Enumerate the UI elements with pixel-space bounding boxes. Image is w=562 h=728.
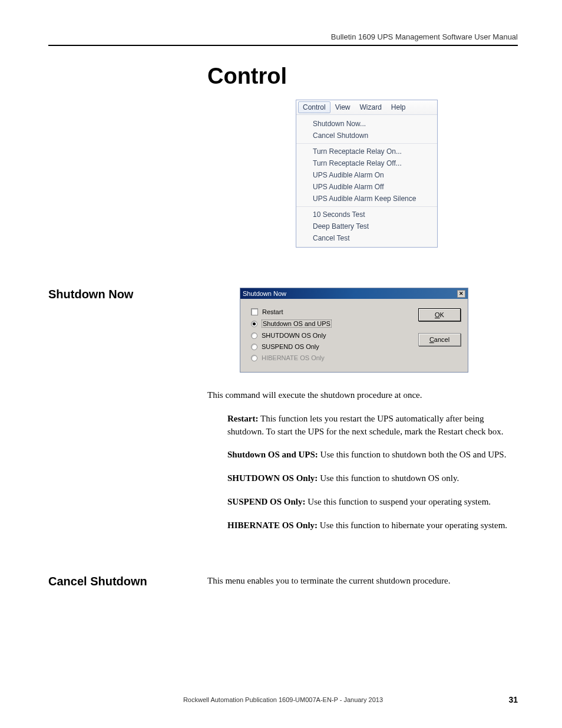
footer-publication: Rockwell Automation Publication 1609-UM0…: [183, 696, 383, 703]
menu-bar-item-wizard[interactable]: Wizard: [355, 101, 386, 113]
menu-item-alarm-silence[interactable]: UPS Audible Alarm Keep Silence: [296, 193, 437, 205]
menu-item-deep-battery-test[interactable]: Deep Battery Test: [296, 220, 437, 232]
radio-hibernate-os-only: HIBERNATE OS Only: [251, 354, 332, 361]
ok-button[interactable]: OK: [418, 308, 461, 321]
def-suspend-os-only: SUSPEND OS Only: Use this function to su…: [227, 496, 512, 509]
menu-item-cancel-shutdown[interactable]: Cancel Shutdown: [296, 130, 437, 141]
radio-label: SUSPEND OS Only: [262, 343, 319, 350]
radio-shutdown-os-ups[interactable]: Shutdown OS and UPS: [251, 319, 332, 328]
dialog-title: Shutdown Now: [243, 290, 286, 297]
radio-icon: [251, 355, 257, 361]
definitions-list: Restart: This function lets you restart …: [207, 413, 512, 532]
menu-dropdown: Shutdown Now... Cancel Shutdown Turn Rec…: [296, 115, 437, 247]
radio-label: SHUTDOWN OS Only: [262, 332, 326, 339]
restart-checkbox[interactable]: [251, 308, 258, 315]
close-icon[interactable]: ✕: [457, 290, 465, 298]
section-heading-cancel-shutdown: Cancel Shutdown: [48, 575, 207, 588]
menu-bar: Control View Wizard Help: [296, 100, 437, 115]
header-rule: [48, 45, 518, 46]
menu-bar-item-help[interactable]: Help: [386, 101, 411, 113]
def-shutdown-os-only: SHUTDOWN OS Only: Use this function to s…: [227, 472, 512, 485]
radio-icon[interactable]: [251, 332, 257, 339]
document-header: Bulletin 1609 UPS Management Software Us…: [48, 32, 518, 41]
radio-icon[interactable]: [251, 344, 257, 350]
menu-item-10sec-test[interactable]: 10 Seconds Test: [296, 209, 437, 220]
def-shutdown-os-ups: Shutdown OS and UPS: Use this function t…: [227, 449, 512, 462]
section-intro: This command will execute the shutdown p…: [207, 389, 512, 402]
menu-item-alarm-on[interactable]: UPS Audible Alarm On: [296, 169, 437, 181]
dialog-titlebar: Shutdown Now ✕: [240, 288, 468, 299]
radio-label: HIBERNATE OS Only: [262, 354, 325, 361]
restart-checkbox-row[interactable]: Restart: [251, 308, 332, 315]
cancel-button[interactable]: Cancel: [418, 333, 461, 346]
radio-icon[interactable]: [251, 321, 257, 327]
shutdown-now-dialog: Shutdown Now ✕ Restart Shutdown OS and U…: [240, 288, 468, 373]
footer-page-number: 31: [508, 695, 518, 704]
radio-shutdown-os-only[interactable]: SHUTDOWN OS Only: [251, 332, 332, 339]
cancel-shutdown-text: This menu enables you to terminate the c…: [207, 575, 512, 588]
menu-item-shutdown-now[interactable]: Shutdown Now...: [296, 118, 437, 130]
menu-item-cancel-test[interactable]: Cancel Test: [296, 232, 437, 244]
menu-bar-item-view[interactable]: View: [330, 101, 355, 113]
page-title: Control: [207, 64, 518, 89]
section-heading-shutdown-now: Shutdown Now: [48, 288, 207, 301]
menu-item-relay-off[interactable]: Turn Receptacle Relay Off...: [296, 157, 437, 169]
menu-bar-item-control[interactable]: Control: [298, 101, 330, 113]
menu-item-alarm-off[interactable]: UPS Audible Alarm Off: [296, 181, 437, 193]
def-hibernate-os-only: HIBERNATE OS Only: Use this function to …: [227, 519, 512, 532]
control-menu-screenshot: Control View Wizard Help Shutdown Now...…: [296, 100, 438, 248]
menu-item-relay-on[interactable]: Turn Receptacle Relay On...: [296, 146, 437, 157]
page-footer: Rockwell Automation Publication 1609-UM0…: [48, 695, 518, 704]
def-restart: Restart: This function lets you restart …: [227, 413, 512, 439]
radio-label: Shutdown OS and UPS: [262, 319, 332, 328]
radio-suspend-os-only[interactable]: SUSPEND OS Only: [251, 343, 332, 350]
restart-label: Restart: [262, 308, 283, 315]
